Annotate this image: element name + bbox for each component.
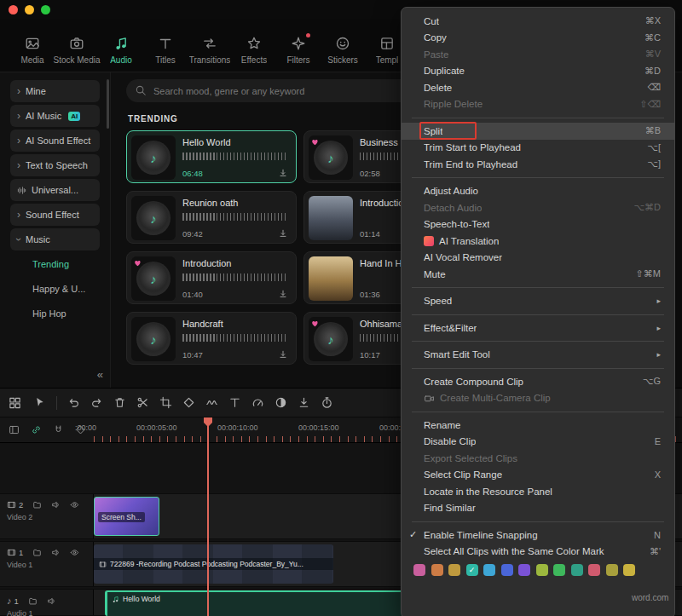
track-controls: 1 (7, 548, 86, 557)
menu-item-disable-clip[interactable]: Disable ClipE (402, 434, 674, 451)
menu-item-find-similar[interactable]: Find Similar (402, 500, 674, 517)
tab-audio[interactable]: Audio (99, 36, 143, 65)
audio-card-introduction[interactable]: ♪Introduction01:40 (126, 251, 297, 304)
sidebar-item-trending[interactable]: Trending (26, 253, 100, 275)
track-number: 1 (7, 548, 23, 557)
sidebar-item-music[interactable]: ›Music (10, 228, 100, 250)
clip-screen-share[interactable]: Screen Sh... (94, 497, 159, 536)
menu-item-mute[interactable]: Mute⇧⌘M (402, 266, 674, 283)
menu-item-locate-in-the-resource-panel[interactable]: Locate in the Resource Panel (402, 483, 674, 500)
sidebar-item-universal[interactable]: Universal... (10, 179, 100, 201)
audio-card-hello-world[interactable]: ♪Hello World06:48 (126, 130, 297, 183)
mute-track-button[interactable] (51, 548, 61, 557)
tool-layout[interactable] (9, 396, 21, 409)
sidebar-scrollbar[interactable] (107, 79, 109, 129)
sidebar-item-ai-music[interactable]: ›AI MusicAI (10, 105, 100, 127)
menu-item-select-clip-range[interactable]: Select Clip RangeX (402, 467, 674, 484)
sidebar-collapse-button[interactable]: « (97, 368, 103, 381)
tool-crop[interactable] (159, 396, 172, 409)
menu-item-select-all-clips-with-the-same-color-mark[interactable]: Select All Clips with the Same Color Mar… (402, 544, 674, 561)
menu-item-cut[interactable]: Cut⌘X (402, 13, 674, 30)
menu-item-enable-timeline-snapping[interactable]: ✓Enable Timeline SnappingN (402, 527, 674, 544)
menu-item-split[interactable]: Split⌘B (402, 123, 674, 140)
tool-cursor[interactable] (33, 396, 46, 409)
menu-item-adjust-audio[interactable]: Adjust Audio (402, 183, 674, 200)
tool-undo[interactable] (67, 396, 80, 409)
eye-icon (70, 548, 79, 557)
color-swatch-4[interactable] (483, 564, 495, 576)
audio-card-reunion-oath[interactable]: ♪Reunion oath09:42 (126, 191, 297, 244)
tool-wave2[interactable] (205, 396, 218, 409)
track-folder-icon[interactable] (32, 500, 42, 509)
menu-item-effect-filter[interactable]: Effect&Filter▸ (402, 320, 674, 337)
color-swatch-11[interactable] (606, 564, 618, 576)
tool-redo[interactable] (90, 396, 103, 409)
color-swatch-9[interactable] (571, 564, 583, 576)
menu-item-speech-to-text[interactable]: Speech-to-Text (402, 216, 674, 233)
sidebar-item-ai-sound-effect[interactable]: ›AI Sound Effect (10, 130, 100, 152)
tool-trash[interactable] (113, 396, 126, 409)
menu-item-ai-translation[interactable]: AI Translation (402, 233, 674, 250)
color-swatch-2[interactable] (448, 564, 460, 576)
color-swatch-6[interactable] (518, 564, 530, 576)
color-swatch-0[interactable] (413, 564, 425, 576)
clip-hello-world-audio[interactable]: Hello World (105, 590, 405, 616)
sidebar-item-happy-u[interactable]: Happy & U... (26, 278, 100, 300)
download-button[interactable] (278, 168, 288, 178)
ruler-tool-magnet[interactable] (53, 424, 64, 435)
tab-stickers[interactable]: Stickers (321, 36, 365, 65)
tool-keyframe[interactable] (182, 396, 195, 409)
track-folder-icon[interactable] (32, 548, 42, 557)
menu-item-trim-start-to-playhead[interactable]: Trim Start to Playhead⌥[ (402, 140, 674, 157)
playhead[interactable] (207, 417, 209, 616)
ruler-tool-link[interactable] (31, 424, 42, 435)
download-button[interactable] (278, 228, 288, 239)
color-swatch-1[interactable] (431, 564, 443, 576)
tool-speedometer[interactable] (251, 396, 264, 409)
sidebar-item-sound-effect[interactable]: ›Sound Effect (10, 204, 100, 226)
color-swatch-12[interactable] (623, 564, 635, 576)
tool-scissors[interactable] (136, 396, 149, 409)
color-swatch-5[interactable] (501, 564, 513, 576)
search-icon (135, 84, 147, 96)
tab-stock-media[interactable]: Stock Media (55, 36, 99, 65)
mute-track-button[interactable] (51, 500, 61, 509)
sidebar-item-hip-hop[interactable]: Hip Hop (26, 302, 100, 325)
download-button[interactable] (278, 349, 288, 360)
tab-effects[interactable]: Effects (232, 36, 276, 65)
track-folder-icon[interactable] (28, 596, 38, 606)
clip-podcast-video[interactable]: 722869 -Recording Podcast Podcasting Pod… (94, 544, 333, 584)
audio-card-handcraft[interactable]: ♪Handcraft10:47 (126, 312, 297, 365)
tool-mask[interactable] (275, 396, 287, 409)
menu-item-copy[interactable]: Copy⌘C (402, 30, 674, 47)
menu-item-speed[interactable]: Speed▸ (402, 293, 674, 310)
menu-item-create-compound-clip[interactable]: Create Compound Clip⌥G (402, 373, 674, 390)
menu-item-duplicate[interactable]: Duplicate⌘D (402, 63, 674, 80)
tool-timer[interactable] (321, 396, 333, 409)
sidebar-item-text-to-speech[interactable]: ›Text to Speech (10, 154, 100, 176)
menu-item-delete[interactable]: Delete⌫ (402, 79, 674, 96)
tool-text[interactable] (228, 396, 241, 409)
color-swatch-10[interactable] (588, 564, 600, 576)
color-swatch-7[interactable] (536, 564, 548, 576)
mute-track-button[interactable] (47, 596, 56, 606)
minimize-button[interactable] (25, 5, 34, 14)
download-button[interactable] (278, 289, 288, 299)
hide-track-button[interactable] (70, 548, 79, 557)
close-button[interactable] (9, 5, 18, 14)
hide-track-button[interactable] (70, 500, 79, 509)
color-swatch-8[interactable] (553, 564, 565, 576)
tab-titles[interactable]: Titles (143, 36, 188, 65)
tab-transitions[interactable]: Transitions (188, 36, 232, 65)
tool-export[interactable] (298, 396, 310, 409)
menu-item-rename[interactable]: Rename (402, 417, 674, 434)
menu-item-trim-end-to-playhead[interactable]: Trim End to Playhead⌥] (402, 156, 674, 173)
menu-item-smart-edit-tool[interactable]: Smart Edit Tool▸ (402, 347, 674, 364)
ruler-tool-panel[interactable] (9, 424, 20, 435)
zoom-button[interactable] (41, 5, 50, 14)
sidebar-item-mine[interactable]: ›Mine (10, 80, 100, 102)
tab-media[interactable]: Media (10, 36, 55, 65)
color-swatch-3[interactable] (466, 564, 478, 576)
tab-filters[interactable]: Filters (276, 36, 321, 65)
menu-item-ai-vocal-remover[interactable]: AI Vocal Remover (402, 250, 674, 267)
